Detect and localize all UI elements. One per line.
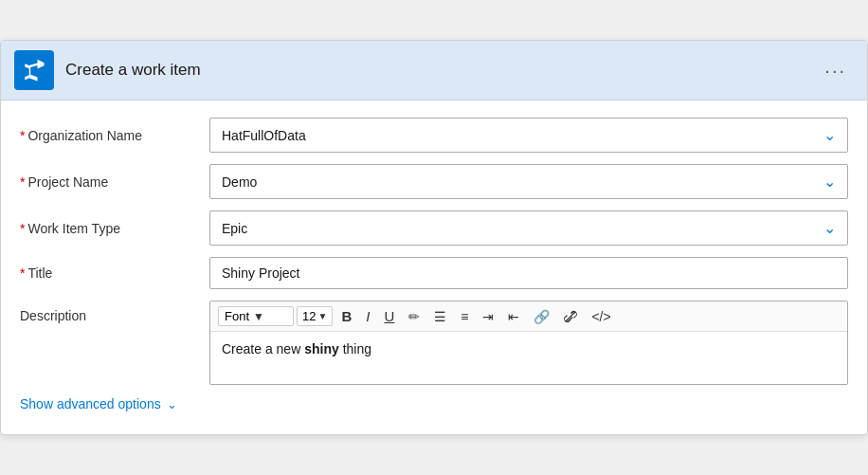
- org-name-label: *Organization Name: [20, 128, 209, 143]
- rich-text-editor: Font ▼ 12 ▼ B I U ✏ ☰ ≡ ⇥ ⇤ 🔗: [209, 301, 848, 385]
- work-item-type-value: Epic: [222, 221, 247, 236]
- editor-text-suffix: thing: [339, 341, 371, 356]
- app-icon: [14, 50, 54, 90]
- create-work-item-card: Create a work item ··· *Organization Nam…: [0, 40, 868, 435]
- form-body: *Organization Name HatFullOfData ⌄ *Proj…: [1, 100, 867, 434]
- bold-button[interactable]: B: [335, 306, 357, 326]
- underline-button[interactable]: U: [378, 306, 400, 326]
- title-label: *Title: [20, 265, 209, 281]
- unlink-button[interactable]: [558, 308, 583, 325]
- org-name-row: *Organization Name HatFullOfData ⌄: [20, 118, 848, 153]
- link-button[interactable]: 🔗: [528, 307, 555, 326]
- italic-button[interactable]: I: [360, 306, 375, 326]
- required-star-org: *: [20, 128, 25, 143]
- font-label: Font: [225, 309, 249, 323]
- show-advanced-chevron-icon: ⌄: [167, 397, 177, 411]
- font-select[interactable]: Font ▼: [218, 306, 294, 326]
- title-row: *Title: [20, 257, 848, 289]
- code-button[interactable]: </>: [586, 307, 616, 326]
- unlink-icon: [564, 310, 577, 323]
- title-control: [209, 257, 848, 289]
- header-menu-button[interactable]: ···: [817, 56, 854, 85]
- required-star-title: *: [20, 265, 25, 281]
- work-item-type-chevron-icon: ⌄: [823, 219, 836, 237]
- work-item-type-label: *Work Item Type: [20, 221, 209, 236]
- show-advanced-label: Show advanced options: [20, 396, 161, 411]
- bullet-list-button[interactable]: ☰: [428, 307, 452, 326]
- editor-text-prefix: Create a new: [222, 341, 304, 356]
- font-size-select[interactable]: 12 ▼: [297, 306, 333, 326]
- project-name-label: *Project Name: [20, 174, 209, 190]
- title-input[interactable]: [209, 257, 848, 289]
- description-row: Description Font ▼ 12 ▼ B I U ✏ ☰: [20, 301, 848, 385]
- required-star-wit: *: [20, 221, 25, 236]
- indent-left-button[interactable]: ⇤: [502, 307, 525, 326]
- svg-line-0: [566, 311, 576, 321]
- project-name-row: *Project Name Demo ⌄: [20, 164, 848, 199]
- project-name-dropdown[interactable]: Demo ⌄: [209, 164, 848, 199]
- org-name-chevron-icon: ⌄: [823, 126, 836, 144]
- project-name-value: Demo: [222, 174, 257, 190]
- work-item-type-control: Epic ⌄: [209, 210, 848, 246]
- project-name-control: Demo ⌄: [209, 164, 848, 199]
- work-item-type-dropdown[interactable]: Epic ⌄: [209, 210, 848, 246]
- org-name-value: HatFullOfData: [222, 128, 306, 143]
- editor-text-bold: shiny: [304, 341, 339, 356]
- card-header: Create a work item ···: [1, 41, 867, 100]
- project-name-chevron-icon: ⌄: [823, 173, 836, 191]
- header-left: Create a work item: [14, 50, 201, 90]
- show-advanced-options[interactable]: Show advanced options ⌄: [20, 396, 848, 411]
- indent-right-button[interactable]: ⇥: [477, 307, 499, 326]
- org-name-dropdown[interactable]: HatFullOfData ⌄: [209, 118, 848, 153]
- highlight-button[interactable]: ✏: [403, 307, 425, 326]
- font-size-value: 12: [302, 309, 316, 323]
- org-name-control: HatFullOfData ⌄: [209, 118, 848, 153]
- header-title: Create a work item: [65, 61, 201, 80]
- work-item-type-row: *Work Item Type Epic ⌄: [20, 210, 848, 246]
- editor-content[interactable]: Create a new shiny thing: [210, 332, 847, 384]
- azure-devops-logo: [22, 58, 46, 82]
- font-chevron-icon: ▼: [253, 310, 264, 323]
- numbered-list-button[interactable]: ≡: [455, 307, 474, 326]
- font-size-chevron-icon: ▼: [317, 311, 327, 321]
- required-star-project: *: [20, 174, 25, 190]
- description-label: Description: [20, 301, 209, 323]
- editor-toolbar: Font ▼ 12 ▼ B I U ✏ ☰ ≡ ⇥ ⇤ 🔗: [210, 301, 847, 332]
